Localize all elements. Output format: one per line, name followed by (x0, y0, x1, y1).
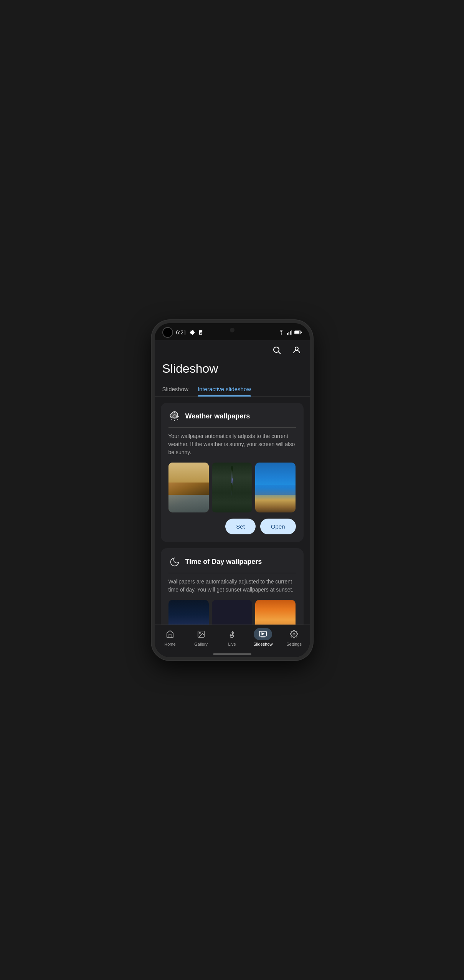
search-button[interactable] (270, 343, 284, 357)
gallery-icon (197, 630, 205, 638)
nav-home-icon-wrap (161, 628, 179, 640)
weather-image-0[interactable] (168, 463, 209, 512)
nav-fire-label: Live (228, 642, 236, 646)
svg-rect-6 (288, 332, 289, 334)
nav-settings-label: Settings (286, 642, 302, 646)
nav-settings[interactable]: Settings (279, 628, 310, 646)
timeofday-image-2[interactable] (255, 600, 296, 625)
timeofday-image-1[interactable] (212, 600, 252, 625)
profile-button[interactable] (290, 343, 304, 357)
search-icon (272, 345, 281, 355)
svg-point-19 (293, 633, 295, 635)
gear-status-icon (190, 330, 195, 335)
lightning-bolt (231, 466, 233, 497)
home-bar (213, 653, 251, 655)
bottom-nav: Home Gallery (155, 625, 310, 651)
nav-fire-icon-wrap (223, 628, 241, 640)
svg-rect-5 (287, 333, 288, 335)
moon-icon-wrap (168, 556, 181, 568)
nav-slideshow[interactable]: Slideshow (248, 628, 279, 646)
svg-point-16 (199, 632, 200, 633)
weather-card-actions: Set Open (168, 519, 296, 534)
camera-notch (230, 328, 234, 332)
nav-fire[interactable]: Live (216, 628, 248, 646)
svg-rect-10 (295, 331, 299, 333)
timeofday-card: Time of Day wallpapers Wallpapers are au… (161, 548, 304, 625)
nav-slideshow-icon-wrap (254, 628, 272, 640)
svg-rect-11 (301, 331, 302, 333)
main-content: Weather wallpapers Your wallpaper automa… (155, 397, 310, 625)
status-time: 6:21 (176, 329, 187, 335)
home-indicator (155, 651, 310, 657)
svg-rect-3 (200, 333, 201, 334)
timeofday-image-0[interactable] (168, 600, 209, 625)
weather-icon (169, 411, 180, 422)
app-content: Slideshow Slideshow Interactive slidesho… (155, 340, 310, 657)
moon-icon (169, 557, 180, 567)
svg-point-4 (281, 334, 282, 334)
svg-rect-7 (290, 331, 291, 334)
settings-icon (290, 630, 298, 638)
weather-image-1[interactable] (212, 463, 252, 512)
open-button[interactable]: Open (260, 519, 296, 534)
svg-rect-8 (291, 330, 292, 335)
page-title: Slideshow (155, 360, 310, 382)
svg-marker-18 (262, 633, 264, 635)
timeofday-image-grid (168, 600, 296, 625)
weather-image-2[interactable] (255, 463, 296, 512)
battery-icon (294, 330, 302, 335)
weather-card-description: Your wallpaper automatically adjusts to … (168, 432, 296, 456)
nav-gallery[interactable]: Gallery (185, 628, 216, 646)
sim-icon (198, 330, 203, 335)
tab-slideshow[interactable]: Slideshow (162, 382, 188, 396)
timeofday-card-header: Time of Day wallpapers (168, 556, 296, 573)
tabs-container: Slideshow Interactive slideshow (155, 382, 310, 397)
timeofday-card-description: Wallpapers are automatically adjusted to… (168, 578, 296, 594)
wifi-icon (278, 330, 284, 335)
svg-point-13 (295, 347, 298, 350)
tab-interactive-slideshow[interactable]: Interactive slideshow (198, 382, 251, 396)
phone-frame: 6:21 (152, 320, 313, 660)
svg-rect-0 (199, 330, 202, 335)
fire-icon (228, 630, 236, 638)
weather-card-header: Weather wallpapers (168, 410, 296, 428)
status-bar: 6:21 (155, 323, 310, 340)
weather-icon-wrap (168, 410, 181, 423)
nav-settings-icon-wrap (285, 628, 303, 640)
svg-rect-1 (200, 332, 200, 332)
timeofday-card-title: Time of Day wallpapers (185, 558, 262, 566)
status-dot (162, 327, 173, 338)
nav-home-label: Home (164, 642, 175, 646)
svg-rect-2 (201, 332, 201, 332)
slideshow-icon (259, 630, 267, 638)
set-button[interactable]: Set (225, 519, 256, 534)
signal-icon (287, 330, 292, 335)
home-icon (166, 630, 174, 638)
weather-card: Weather wallpapers Your wallpaper automa… (161, 403, 304, 542)
weather-card-title: Weather wallpapers (185, 412, 250, 420)
top-bar (155, 340, 310, 360)
nav-slideshow-label: Slideshow (253, 642, 272, 646)
nav-home[interactable]: Home (155, 628, 186, 646)
nav-gallery-label: Gallery (194, 642, 208, 646)
svg-point-12 (274, 347, 279, 352)
status-left: 6:21 (162, 327, 203, 338)
status-right (278, 330, 302, 335)
weather-image-grid (168, 463, 296, 512)
profile-icon (292, 345, 301, 355)
nav-gallery-icon-wrap (192, 628, 210, 640)
